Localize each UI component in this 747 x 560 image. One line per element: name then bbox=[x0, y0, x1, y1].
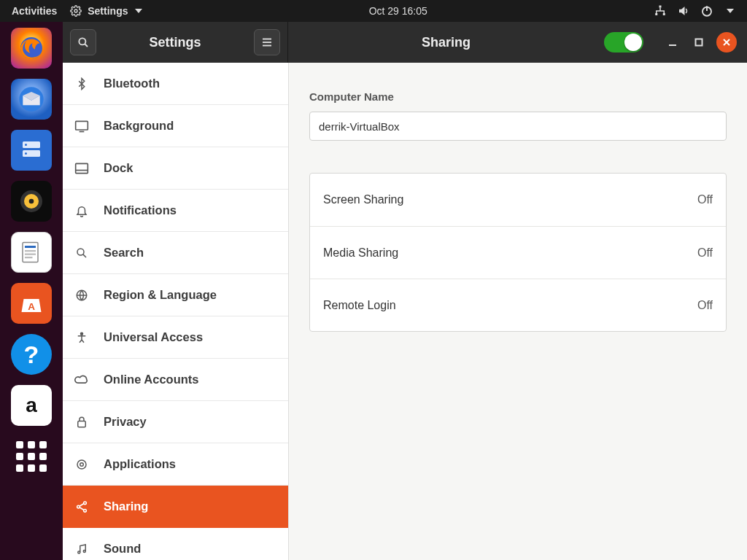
sidebar-item-online-accounts[interactable]: Online Accounts bbox=[63, 359, 288, 401]
launcher-dock: A ? a bbox=[0, 22, 63, 560]
sound-icon bbox=[73, 542, 90, 556]
dock-item-rhythmbox[interactable] bbox=[11, 181, 52, 222]
svg-line-44 bbox=[80, 507, 84, 510]
hamburger-menu-button[interactable] bbox=[254, 29, 280, 55]
row-status: Off bbox=[697, 246, 713, 260]
sidebar-item-dock[interactable]: Dock bbox=[63, 147, 288, 190]
dock-item-writer[interactable] bbox=[11, 232, 52, 273]
app-menu-label: Settings bbox=[88, 5, 128, 17]
row-screen-sharing[interactable]: Screen Sharing Off bbox=[310, 174, 726, 226]
sidebar-item-label: Applications bbox=[104, 457, 176, 471]
row-label: Screen Sharing bbox=[323, 193, 403, 206]
pane-title: Sharing bbox=[288, 35, 604, 50]
svg-point-36 bbox=[81, 332, 83, 335]
sharing-options-list: Screen Sharing Off Media Sharing Off Rem… bbox=[309, 173, 727, 332]
top-bar: Activities Settings Oct 29 16:05 bbox=[0, 0, 747, 22]
sidebar-item-label: Background bbox=[104, 119, 174, 133]
sharing-icon bbox=[73, 500, 90, 513]
sidebar-item-applications[interactable]: Applications bbox=[63, 443, 288, 486]
dock-item-show-applications[interactable] bbox=[11, 436, 52, 477]
bluetooth-icon bbox=[73, 77, 90, 90]
svg-point-45 bbox=[78, 551, 80, 553]
svg-rect-14 bbox=[23, 243, 38, 262]
row-label: Media Sharing bbox=[323, 246, 398, 260]
svg-line-34 bbox=[83, 254, 86, 257]
sidebar-item-background[interactable]: Background bbox=[63, 105, 288, 147]
svg-point-9 bbox=[25, 144, 27, 146]
svg-rect-15 bbox=[25, 246, 36, 248]
dock-item-thunderbird[interactable] bbox=[11, 79, 52, 120]
sidebar-item-universal-access[interactable]: Universal Access bbox=[63, 316, 288, 359]
sharing-master-toggle[interactable] bbox=[604, 32, 643, 52]
svg-point-33 bbox=[77, 249, 84, 255]
sidebar-item-label: Sound bbox=[104, 542, 141, 556]
svg-point-20 bbox=[79, 38, 85, 44]
sidebar-item-label: Dock bbox=[104, 161, 133, 175]
svg-point-46 bbox=[83, 550, 85, 552]
hamburger-icon bbox=[260, 36, 274, 49]
svg-rect-29 bbox=[76, 121, 88, 130]
applications-icon bbox=[73, 458, 90, 471]
dock-item-help[interactable]: ? bbox=[11, 334, 52, 375]
gear-icon bbox=[70, 5, 82, 17]
sidebar-item-label: Universal Access bbox=[104, 330, 203, 344]
clock[interactable]: Oct 29 16:05 bbox=[142, 5, 654, 17]
sidebar-item-bluetooth[interactable]: Bluetooth bbox=[63, 63, 288, 105]
sharing-pane: Computer Name Screen Sharing Off Media S… bbox=[289, 63, 747, 560]
svg-rect-17 bbox=[25, 254, 36, 255]
svg-point-39 bbox=[77, 460, 86, 469]
chevron-down-icon bbox=[135, 9, 142, 13]
sidebar-item-label: Notifications bbox=[104, 203, 177, 217]
row-status: Off bbox=[697, 193, 713, 206]
dock-item-amazon[interactable]: a bbox=[11, 385, 52, 426]
activities-button[interactable]: Activities bbox=[12, 5, 57, 17]
region-icon bbox=[73, 289, 90, 302]
settings-window: Settings Sharing bbox=[63, 22, 747, 560]
sidebar-item-search[interactable]: Search bbox=[63, 232, 288, 274]
volume-icon bbox=[677, 4, 690, 18]
svg-rect-37 bbox=[78, 421, 86, 427]
maximize-button[interactable] bbox=[690, 34, 708, 51]
minimize-icon bbox=[667, 37, 678, 47]
computer-name-input[interactable] bbox=[309, 112, 727, 141]
search-icon bbox=[73, 246, 90, 260]
background-icon bbox=[73, 120, 90, 133]
window-header: Settings Sharing bbox=[63, 22, 747, 63]
computer-name-label: Computer Name bbox=[309, 90, 727, 103]
svg-rect-2 bbox=[655, 13, 657, 15]
svg-rect-3 bbox=[663, 13, 665, 15]
sidebar-item-label: Online Accounts bbox=[104, 373, 199, 386]
power-icon bbox=[700, 4, 713, 18]
svg-text:A: A bbox=[28, 301, 35, 312]
row-remote-login[interactable]: Remote Login Off bbox=[310, 279, 726, 331]
svg-rect-31 bbox=[76, 163, 88, 173]
app-menu[interactable]: Settings bbox=[70, 5, 142, 17]
dock-item-firefox[interactable] bbox=[11, 28, 52, 69]
sidebar-item-sharing[interactable]: Sharing bbox=[63, 486, 288, 528]
system-tray[interactable] bbox=[654, 4, 747, 18]
chevron-down-icon bbox=[727, 9, 734, 13]
sidebar-item-sound[interactable]: Sound bbox=[63, 528, 288, 560]
svg-rect-16 bbox=[25, 250, 36, 252]
svg-point-10 bbox=[25, 152, 27, 155]
network-icon bbox=[654, 4, 667, 18]
sidebar-item-privacy[interactable]: Privacy bbox=[63, 401, 288, 443]
close-button[interactable] bbox=[716, 32, 737, 52]
maximize-icon bbox=[694, 38, 703, 47]
sidebar-item-notifications[interactable]: Notifications bbox=[63, 190, 288, 232]
dock-item-files[interactable] bbox=[11, 130, 52, 171]
universal-access-icon bbox=[73, 331, 90, 344]
sidebar-item-label: Bluetooth bbox=[104, 77, 160, 90]
sidebar-item-label: Sharing bbox=[104, 499, 148, 513]
row-media-sharing[interactable]: Media Sharing Off bbox=[310, 226, 726, 279]
dock-item-ubuntu-software[interactable]: A bbox=[11, 283, 52, 324]
svg-rect-1 bbox=[659, 6, 662, 8]
svg-point-0 bbox=[74, 9, 77, 12]
minimize-button[interactable] bbox=[664, 34, 681, 51]
svg-point-13 bbox=[29, 199, 34, 204]
svg-rect-18 bbox=[25, 257, 33, 258]
sidebar-item-region-language[interactable]: Region & Language bbox=[63, 274, 288, 316]
search-button[interactable] bbox=[70, 29, 96, 55]
svg-point-38 bbox=[80, 462, 84, 466]
sidebar-item-label: Region & Language bbox=[104, 288, 217, 302]
